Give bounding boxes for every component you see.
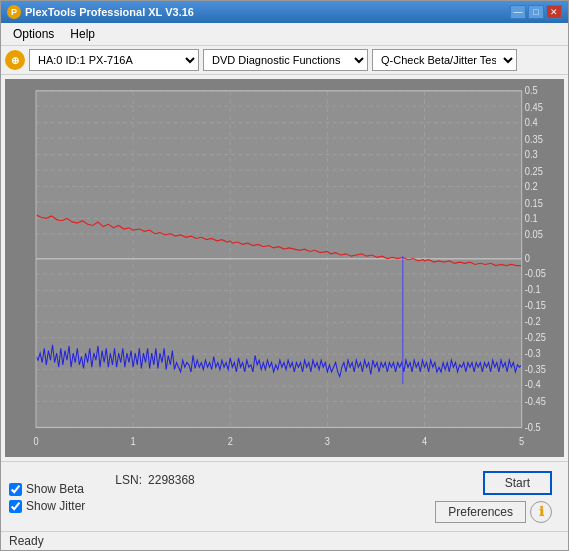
svg-text:2: 2 (228, 436, 234, 448)
test-select[interactable]: Q-Check Beta/Jitter Test (372, 49, 517, 71)
svg-text:-0.2: -0.2 (525, 315, 541, 327)
maximize-button[interactable]: □ (528, 5, 544, 19)
close-button[interactable]: ✕ (546, 5, 562, 19)
svg-text:0.5: 0.5 (525, 85, 538, 97)
drive-select[interactable]: HA:0 ID:1 PX-716A (29, 49, 199, 71)
svg-text:0.45: 0.45 (525, 101, 543, 113)
svg-text:-0.4: -0.4 (525, 379, 541, 391)
chart-svg: 0.5 0.45 0.4 0.35 0.3 0.25 0.2 0.15 0.1 … (5, 79, 564, 457)
svg-text:-0.05: -0.05 (525, 268, 547, 280)
main-window: P PlexTools Professional XL V3.16 — □ ✕ … (0, 0, 569, 551)
svg-text:-0.15: -0.15 (525, 300, 547, 312)
svg-text:0.25: 0.25 (525, 165, 543, 177)
title-bar-left: P PlexTools Professional XL V3.16 (7, 5, 194, 19)
svg-text:-0.1: -0.1 (525, 283, 541, 295)
svg-text:0.4: 0.4 (525, 117, 538, 129)
info-button[interactable]: ℹ (530, 501, 552, 523)
start-button[interactable]: Start (483, 471, 552, 495)
menu-help[interactable]: Help (62, 25, 103, 43)
svg-text:0.3: 0.3 (525, 149, 538, 161)
svg-text:-0.25: -0.25 (525, 332, 547, 344)
title-bar: P PlexTools Professional XL V3.16 — □ ✕ (1, 1, 568, 23)
window-title: PlexTools Professional XL V3.16 (25, 6, 194, 18)
svg-text:5: 5 (519, 436, 525, 448)
svg-text:-0.3: -0.3 (525, 347, 541, 359)
toolbar: ⊕ HA:0 ID:1 PX-716A DVD Diagnostic Funct… (1, 46, 568, 75)
menubar: Options Help (1, 23, 568, 46)
show-beta-checkbox[interactable] (9, 483, 22, 496)
prefs-info-row: Preferences ℹ (435, 501, 552, 523)
svg-text:-0.5: -0.5 (525, 421, 541, 433)
svg-text:3: 3 (325, 436, 331, 448)
app-icon: P (7, 5, 21, 19)
show-beta-checkbox-label[interactable]: Show Beta (9, 482, 85, 496)
svg-text:0.05: 0.05 (525, 229, 543, 241)
bottom-panel: Show Beta Show Jitter LSN: 2298368 Start… (1, 461, 568, 531)
status-text: Ready (9, 534, 44, 548)
lsn-label: LSN: (115, 473, 142, 487)
show-jitter-label: Show Jitter (26, 499, 85, 513)
svg-text:0: 0 (525, 253, 531, 265)
svg-text:0: 0 (33, 436, 39, 448)
show-jitter-checkbox[interactable] (9, 500, 22, 513)
svg-text:0.2: 0.2 (525, 180, 538, 192)
function-select[interactable]: DVD Diagnostic Functions (203, 49, 368, 71)
bottom-right: Start Preferences ℹ (435, 468, 552, 525)
show-jitter-checkbox-label[interactable]: Show Jitter (9, 499, 85, 513)
drive-icon: ⊕ (5, 50, 25, 70)
title-controls: — □ ✕ (510, 5, 562, 19)
svg-text:0.15: 0.15 (525, 197, 543, 209)
svg-text:-0.45: -0.45 (525, 395, 547, 407)
show-beta-label: Show Beta (26, 482, 84, 496)
svg-text:0.35: 0.35 (525, 133, 543, 145)
svg-text:4: 4 (422, 436, 428, 448)
lsn-value: 2298368 (148, 473, 195, 487)
svg-text:1: 1 (131, 436, 137, 448)
minimize-button[interactable]: — (510, 5, 526, 19)
svg-text:-0.35: -0.35 (525, 364, 547, 376)
menu-options[interactable]: Options (5, 25, 62, 43)
status-bar: Ready (1, 531, 568, 550)
chart-area: High Low (5, 79, 564, 457)
svg-text:0.1: 0.1 (525, 212, 538, 224)
preferences-button[interactable]: Preferences (435, 501, 526, 523)
